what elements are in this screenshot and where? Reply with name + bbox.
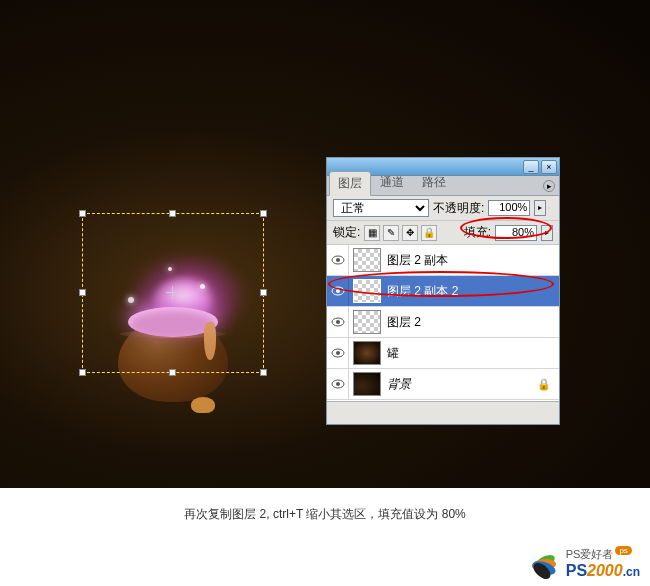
panel-tabs: 图层 通道 路径 ▸ bbox=[327, 176, 559, 196]
layer-thumbnail[interactable] bbox=[353, 341, 381, 365]
blend-mode-select[interactable]: 正常 bbox=[333, 199, 429, 217]
transform-handle-bl[interactable] bbox=[79, 369, 86, 376]
transform-handle-mr[interactable] bbox=[260, 289, 267, 296]
transform-center-icon[interactable] bbox=[166, 286, 179, 299]
lock-pixels-icon[interactable]: ✎ bbox=[383, 225, 399, 241]
eye-icon[interactable] bbox=[331, 255, 345, 265]
svg-point-5 bbox=[336, 320, 340, 324]
eye-icon[interactable] bbox=[331, 379, 345, 389]
lock-fill-row: 锁定: ▦ ✎ ✥ 🔒 填充: 80% ▸ bbox=[327, 221, 559, 245]
layer-row[interactable]: 罐 bbox=[327, 338, 559, 369]
opacity-input[interactable]: 100% bbox=[488, 200, 530, 216]
layer-row[interactable]: 背景 🔒 bbox=[327, 369, 559, 400]
panel-footer bbox=[327, 401, 559, 423]
lock-indicator-icon: 🔒 bbox=[537, 378, 551, 391]
layer-thumbnail[interactable] bbox=[353, 248, 381, 272]
layer-name[interactable]: 图层 2 副本 bbox=[387, 252, 559, 269]
fill-label: 填充: bbox=[464, 224, 491, 241]
svg-point-7 bbox=[336, 351, 340, 355]
layer-row[interactable]: 图层 2 副本 2 bbox=[327, 276, 559, 307]
lock-label: 锁定: bbox=[333, 224, 360, 241]
layer-thumbnail[interactable] bbox=[353, 279, 381, 303]
transform-handle-ml[interactable] bbox=[79, 289, 86, 296]
layer-name[interactable]: 罐 bbox=[387, 345, 559, 362]
layer-thumbnail[interactable] bbox=[353, 372, 381, 396]
eye-icon[interactable] bbox=[331, 286, 345, 296]
transform-handle-tm[interactable] bbox=[169, 210, 176, 217]
opacity-label: 不透明度: bbox=[433, 200, 484, 217]
watermark-logo-icon bbox=[526, 548, 562, 578]
layer-name[interactable]: 图层 2 副本 2 bbox=[387, 283, 559, 300]
layer-thumbnail[interactable] bbox=[353, 310, 381, 334]
eye-icon[interactable] bbox=[331, 348, 345, 358]
lock-transparency-icon[interactable]: ▦ bbox=[364, 225, 380, 241]
layers-list: 图层 2 副本 图层 2 副本 2 图层 2 罐 背景 🔒 bbox=[327, 245, 559, 401]
transform-handle-br[interactable] bbox=[260, 369, 267, 376]
layer-row[interactable]: 图层 2 bbox=[327, 307, 559, 338]
transform-handle-bm[interactable] bbox=[169, 369, 176, 376]
tab-paths[interactable]: 路径 bbox=[413, 170, 455, 195]
canvas-area: _ × 图层 通道 路径 ▸ 正常 不透明度: 100% ▸ 锁定: ▦ ✎ ✥… bbox=[0, 0, 650, 488]
svg-point-1 bbox=[336, 258, 340, 262]
caption-text: 再次复制图层 2, ctrl+T 缩小其选区，填充值设为 80% bbox=[0, 488, 650, 523]
layers-panel: _ × 图层 通道 路径 ▸ 正常 不透明度: 100% ▸ 锁定: ▦ ✎ ✥… bbox=[326, 157, 560, 425]
tab-layers[interactable]: 图层 bbox=[329, 171, 371, 196]
fill-dropdown-icon[interactable]: ▸ bbox=[541, 225, 553, 241]
eye-icon[interactable] bbox=[331, 317, 345, 327]
blend-opacity-row: 正常 不透明度: 100% ▸ bbox=[327, 196, 559, 221]
panel-options-menu-icon[interactable]: ▸ bbox=[543, 180, 555, 192]
panel-minimize-button[interactable]: _ bbox=[523, 160, 539, 174]
svg-point-3 bbox=[336, 289, 340, 293]
layer-row[interactable]: 图层 2 副本 bbox=[327, 245, 559, 276]
transform-handle-tr[interactable] bbox=[260, 210, 267, 217]
svg-point-9 bbox=[336, 382, 340, 386]
layer-name[interactable]: 背景 bbox=[387, 376, 537, 393]
watermark: PS爱好者ps PS2000.cn bbox=[526, 546, 640, 580]
layer-name[interactable]: 图层 2 bbox=[387, 314, 559, 331]
fill-input[interactable]: 80% bbox=[495, 225, 537, 241]
tab-channels[interactable]: 通道 bbox=[371, 170, 413, 195]
transform-selection[interactable] bbox=[82, 213, 264, 373]
opacity-dropdown-icon[interactable]: ▸ bbox=[534, 200, 546, 216]
lock-position-icon[interactable]: ✥ bbox=[402, 225, 418, 241]
transform-handle-tl[interactable] bbox=[79, 210, 86, 217]
lock-all-icon[interactable]: 🔒 bbox=[421, 225, 437, 241]
panel-close-button[interactable]: × bbox=[541, 160, 557, 174]
